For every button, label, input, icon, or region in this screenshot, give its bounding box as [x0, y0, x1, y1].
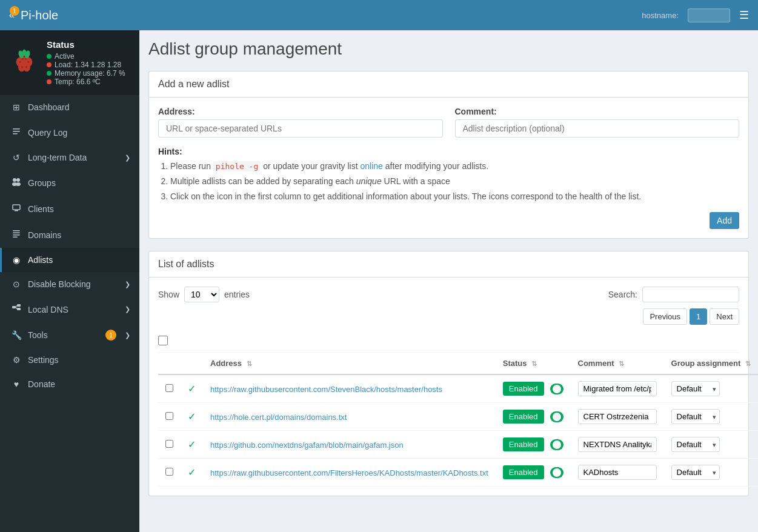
row1-comment-input[interactable] — [578, 381, 657, 396]
row1-comment-cell — [571, 374, 664, 403]
row3-enabled-button[interactable]: Enabled — [503, 437, 544, 451]
th-group[interactable]: Group assignment ⇅ — [664, 353, 758, 374]
svg-point-19 — [13, 178, 16, 182]
pagination-row: Previous 1 Next — [158, 308, 739, 325]
sidebar-item-long-term-data[interactable]: ↺ Long-term Data ❯ — [0, 145, 139, 170]
row2-group-select[interactable]: Default — [671, 409, 720, 424]
sidebar-item-disable-blocking[interactable]: ⊙ Disable Blocking ❯ — [0, 272, 139, 296]
svg-point-14 — [21, 66, 23, 68]
sidebar-nav: ⊞ Dashboard Query Log ↺ Long-term Data ❯… — [0, 95, 139, 532]
row4-check-cell: ✓ — [181, 459, 203, 487]
row2-enabled-button[interactable]: Enabled — [503, 410, 544, 424]
entries-select[interactable]: 10 25 50 100 — [184, 287, 219, 302]
sidebar-item-domains[interactable]: Domains — [0, 222, 139, 248]
row3-toggle-slider[interactable] — [550, 439, 564, 450]
sidebar-item-settings[interactable]: ⚙ Settings — [0, 348, 139, 372]
row4-toggle-knob — [553, 468, 561, 477]
sidebar-item-dashboard[interactable]: ⊞ Dashboard — [0, 95, 139, 119]
sidebar-item-local-dns[interactable]: Local DNS ❯ — [0, 296, 139, 322]
sidebar-item-adlists[interactable]: ◉ Adlists — [0, 248, 139, 272]
tools-badge: 1 — [105, 330, 116, 341]
adlist-list-card-header: List of adlists — [149, 251, 748, 278]
sidebar-item-dashboard-label: Dashboard — [28, 102, 70, 112]
search-input[interactable] — [642, 287, 739, 302]
row2-comment-input[interactable] — [578, 409, 657, 424]
sidebar-item-tools[interactable]: 🔧 Tools 1 ❯ — [0, 322, 139, 348]
th-comment[interactable]: Comment ⇅ — [571, 353, 664, 374]
row3-url-cell: https://github.com/nextdns/gafam/blob/ma… — [203, 431, 496, 459]
row3-checkbox[interactable] — [165, 440, 173, 448]
svg-line-32 — [16, 305, 17, 307]
row2-checkbox-cell — [158, 403, 181, 431]
row4-enabled-button[interactable]: Enabled — [503, 465, 544, 479]
row2-group-wrapper: Default — [671, 409, 720, 424]
comment-input-new[interactable] — [455, 119, 740, 138]
svg-point-15 — [25, 66, 27, 68]
row3-check-cell: ✓ — [181, 431, 203, 459]
row2-toggle-slider[interactable] — [550, 411, 564, 422]
group-sort-icon: ⇅ — [745, 360, 751, 367]
row1-group-select[interactable]: Default — [671, 381, 720, 396]
row1-checkbox[interactable] — [165, 384, 173, 392]
row4-check-icon: ✓ — [188, 467, 196, 477]
checkbox-header-row — [158, 331, 739, 353]
sidebar-item-query-log[interactable]: Query Log — [0, 119, 139, 145]
row1-url-link[interactable]: https://raw.githubusercontent.com/Steven… — [210, 385, 442, 394]
status-temp-row: Temp: 66.6 ºC — [47, 78, 125, 86]
row3-group-select[interactable]: Default — [671, 437, 720, 452]
load-dot — [47, 62, 52, 67]
hint-2: Multiple adlists can be added by separat… — [170, 175, 739, 188]
row3-url-link[interactable]: https://github.com/nextdns/gafam/blob/ma… — [210, 441, 404, 450]
next-button[interactable]: Next — [710, 308, 739, 325]
th-status[interactable]: Status ⇅ — [496, 353, 571, 374]
add-btn-row: Add — [158, 212, 739, 229]
hint-1: Please run pihole -g or update your grav… — [170, 160, 739, 173]
svg-point-10 — [25, 58, 27, 59]
row3-status-cell: Enabled — [496, 431, 571, 459]
hamburger-button[interactable]: ☰ — [739, 8, 749, 22]
add-button[interactable]: Add — [710, 212, 739, 229]
add-adlist-card-header: Add a new adlist — [149, 71, 748, 98]
th-checkbox — [158, 353, 181, 374]
address-input[interactable] — [158, 119, 443, 138]
row4-group-select[interactable]: Default — [671, 465, 720, 480]
row1-toggle-slider[interactable] — [550, 384, 564, 394]
svg-rect-16 — [13, 128, 20, 130]
hostname-label: hostname: — [642, 11, 679, 20]
row3-toggle-knob — [553, 441, 561, 449]
previous-button[interactable]: Previous — [643, 308, 687, 325]
row2-checkbox[interactable] — [165, 412, 173, 420]
status-sort-icon: ⇅ — [531, 360, 537, 367]
svg-point-20 — [16, 178, 20, 182]
row4-url-link[interactable]: https://raw.githubusercontent.com/Filter… — [210, 468, 488, 477]
row1-group-wrapper: Default — [671, 381, 720, 396]
row2-url-link[interactable]: https://hole.cert.pl/domains/domains.txt — [210, 413, 347, 422]
comment-label: Comment: — [455, 107, 740, 116]
entries-label: entries — [224, 290, 250, 299]
collapse-sidebar-button[interactable]: « 1 — [9, 10, 15, 21]
hint-3: Click on the icon in the first column to… — [170, 190, 739, 203]
hostname-input[interactable] — [688, 8, 730, 22]
row1-status-cell: Enabled — [496, 374, 571, 403]
sidebar-item-groups[interactable]: Groups — [0, 170, 139, 196]
local-dns-icon — [11, 304, 22, 315]
adlist-table: Address ⇅ Status ⇅ Comment ⇅ — [158, 353, 758, 487]
row4-group-cell: Default — [664, 459, 758, 487]
row3-comment-input[interactable] — [578, 437, 657, 452]
select-all-checkbox[interactable] — [158, 336, 168, 345]
hints-section: Hints: Please run pihole -g or update yo… — [158, 147, 739, 203]
sidebar-item-adlists-label: Adlists — [28, 255, 53, 265]
online-link[interactable]: online — [360, 161, 382, 171]
long-term-data-icon: ↺ — [11, 153, 22, 162]
sidebar-item-clients[interactable]: Clients — [0, 196, 139, 222]
collapse-badge: 1 — [10, 6, 19, 16]
row4-checkbox[interactable] — [165, 468, 173, 476]
row1-enabled-button[interactable]: Enabled — [503, 382, 544, 396]
th-address[interactable]: Address ⇅ — [203, 353, 496, 374]
sidebar-item-groups-label: Groups — [28, 178, 56, 188]
row4-toggle-slider[interactable] — [550, 467, 564, 478]
row4-comment-input[interactable] — [578, 465, 657, 480]
sidebar-item-donate[interactable]: ♥ Donate — [0, 372, 139, 396]
page-1-button[interactable]: 1 — [690, 308, 707, 325]
table-row: ✓ https://hole.cert.pl/domains/domains.t… — [158, 403, 758, 431]
